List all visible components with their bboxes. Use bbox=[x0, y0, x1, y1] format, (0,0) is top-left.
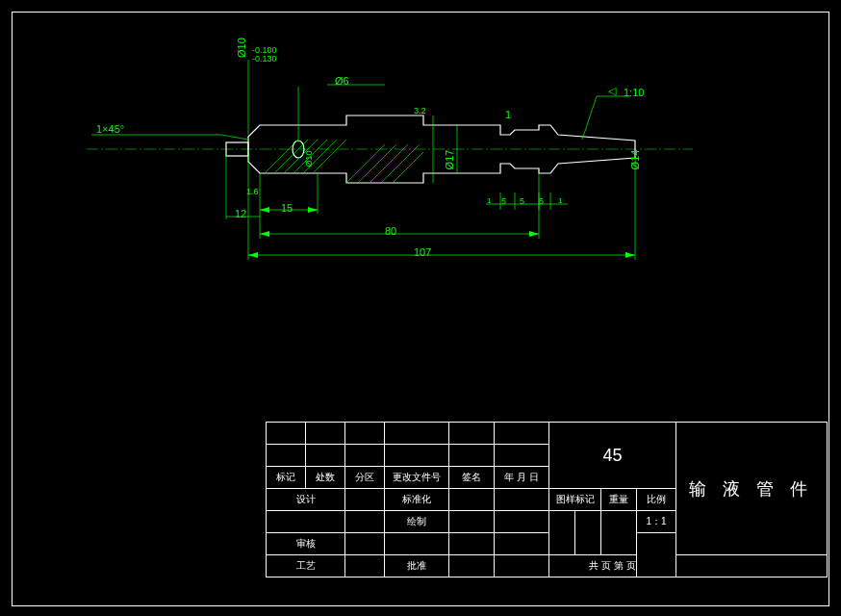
info-drawmark: 图样标记 bbox=[549, 489, 601, 511]
hdr-date: 年 月 日 bbox=[495, 467, 549, 489]
dim-5a: 5 bbox=[501, 196, 506, 206]
title-block: 45 输 液 管 件 标记处数分区更改文件号签名年 月 日 设计标准化 图样标记… bbox=[266, 422, 828, 578]
dim-chamfer: 1×45° bbox=[96, 123, 124, 135]
svg-line-13 bbox=[393, 152, 423, 183]
dim-gap1: 1 bbox=[505, 109, 511, 120]
svg-line-10 bbox=[358, 144, 396, 183]
cad-canvas: 1×45° 1.6 Ø10 -0.100 -0.130 Ø6 3.2 Ø10 Ø… bbox=[0, 0, 841, 616]
dim-1b: 1 bbox=[558, 196, 562, 205]
svg-marker-39 bbox=[625, 252, 635, 258]
dim-5c: 5 bbox=[539, 196, 544, 206]
dim-dia6: Ø6 bbox=[335, 75, 349, 87]
row-check: 审核 bbox=[267, 533, 345, 555]
svg-line-12 bbox=[381, 144, 420, 183]
svg-line-37 bbox=[221, 135, 248, 140]
svg-line-8 bbox=[313, 140, 346, 173]
dim-dia14: Ø14 bbox=[629, 150, 641, 170]
info-scaleval: 1：1 bbox=[637, 511, 676, 533]
hdr-qty: 处数 bbox=[306, 467, 345, 489]
dim-107: 107 bbox=[414, 246, 431, 258]
svg-line-9 bbox=[346, 144, 385, 183]
svg-marker-38 bbox=[248, 252, 258, 258]
row-design: 设计 bbox=[267, 489, 345, 511]
dim-dia10s: Ø10 bbox=[304, 150, 314, 167]
material: 45 bbox=[602, 446, 622, 465]
info-pages: 共 页 第 页 bbox=[549, 555, 676, 578]
dim-dia17: Ø17 bbox=[444, 150, 455, 170]
part-name: 输 液 管 件 bbox=[689, 479, 813, 499]
hdr-sign: 签名 bbox=[449, 467, 495, 489]
hdr-change: 更改文件号 bbox=[385, 467, 449, 489]
dim-1a: 1 bbox=[487, 196, 491, 205]
dim-5b: 5 bbox=[520, 196, 524, 206]
hdr-mark: 标记 bbox=[267, 467, 306, 489]
row-draw: 绘制 bbox=[385, 511, 449, 533]
dim-taper-sym: ◁ bbox=[608, 85, 616, 97]
row-approve: 批准 bbox=[385, 555, 449, 578]
hdr-zone: 分区 bbox=[345, 467, 385, 489]
dim-dia10: Ø10 bbox=[236, 38, 247, 58]
svg-line-11 bbox=[370, 144, 408, 183]
svg-line-3 bbox=[265, 140, 298, 173]
dim-12: 12 bbox=[235, 208, 246, 219]
info-weight: 重量 bbox=[601, 489, 637, 511]
row-process: 工艺 bbox=[267, 555, 345, 578]
dim-rough16: 1.6 bbox=[246, 187, 259, 196]
svg-marker-42 bbox=[260, 207, 269, 213]
row-std: 标准化 bbox=[385, 489, 449, 511]
svg-line-35 bbox=[582, 96, 597, 140]
dim-tol: -0.100 -0.130 bbox=[252, 46, 277, 64]
svg-marker-41 bbox=[529, 231, 539, 237]
svg-marker-43 bbox=[308, 207, 318, 213]
dim-taper: 1:10 bbox=[624, 87, 644, 98]
dim-80: 80 bbox=[385, 225, 396, 237]
dim-15: 15 bbox=[281, 202, 293, 214]
svg-marker-40 bbox=[260, 231, 269, 237]
dim-rough32: 3.2 bbox=[414, 106, 426, 116]
info-scale: 比例 bbox=[637, 489, 676, 511]
